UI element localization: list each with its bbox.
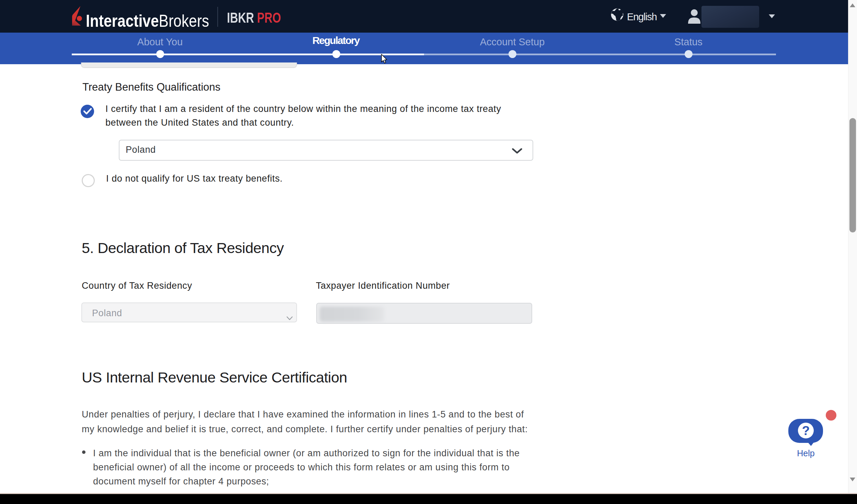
svg-text:?: ? — [802, 424, 810, 438]
